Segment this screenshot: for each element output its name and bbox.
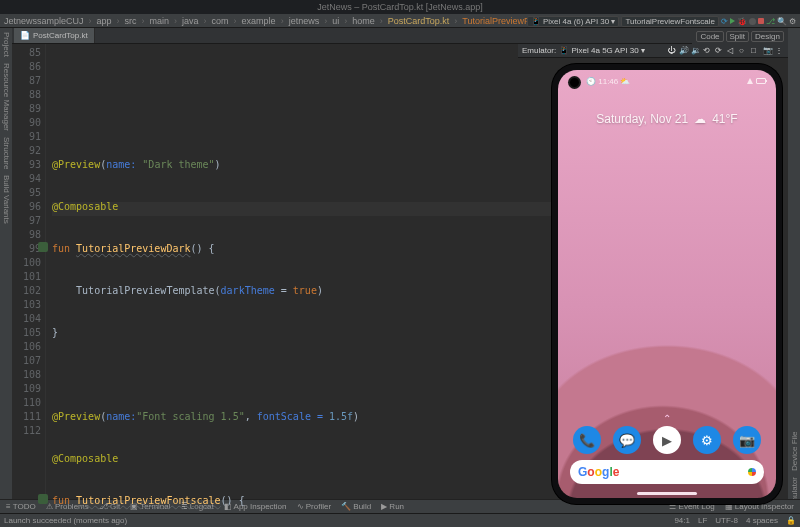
mode-design[interactable]: Design [751,31,784,42]
emulator-phone[interactable]: 🕙 11:46 ⛅ Saturday, Nov 21☁41°F ⌃ 📞 💬 ▶ … [552,64,782,504]
battery-icon [756,78,766,84]
gutter[interactable]: 85 86 87 88 89 90 91 92 93 94 95 96 97 9… [12,44,46,513]
left-tool-strip: Project Resource Manager Structure Build… [0,28,12,513]
crumb-item[interactable]: app [97,16,112,26]
window-titlebar: JetNews – PostCardTop.kt [JetNews.app] [0,0,800,14]
mode-split[interactable]: Split [726,31,750,42]
dock-messages-icon[interactable]: 💬 [613,426,641,454]
google-logo-icon: Google [578,465,619,479]
app-drawer-handle[interactable]: ⌃ [558,416,776,422]
crumb-item[interactable]: JetnewssampleCUJ [4,16,84,26]
search-icon[interactable]: 🔍 [777,17,787,26]
crumb-item[interactable]: home [352,16,375,26]
debug-button[interactable]: 🐞 [737,17,747,26]
run-gutter-icon[interactable] [38,242,48,252]
phone-date-widget[interactable]: Saturday, Nov 21☁41°F [558,112,776,126]
toolwin-resmgr[interactable]: Resource Manager [2,63,11,131]
run-toolbar: 📱 Pixel 4a (6) API 30 ▾ TutorialPreviewF… [527,14,796,28]
device-selector[interactable]: 📱 Pixel 4a (6) API 30 ▾ [527,16,620,27]
status-bar: Launch succeeded (moments ago) 94:1 LF U… [0,513,800,527]
git-icon[interactable]: ⎇ [766,17,775,26]
coverage-icon[interactable] [749,18,756,25]
phone-screen[interactable]: 🕙 11:46 ⛅ Saturday, Nov 21☁41°F ⌃ 📞 💬 ▶ … [558,70,776,498]
crumb-item[interactable]: jetnews [289,16,320,26]
crumb-item[interactable]: example [242,16,276,26]
toolwin-todo[interactable]: ≡ TODO [6,502,36,511]
indent[interactable]: 4 spaces [746,516,778,525]
dock-settings-icon[interactable]: ⚙ [693,426,721,454]
caret-position[interactable]: 94:1 [674,516,690,525]
status-msg: Launch succeeded (moments ago) [4,516,127,525]
encoding[interactable]: UTF-8 [715,516,738,525]
line-sep[interactable]: LF [698,516,707,525]
toolwin-project[interactable]: Project [2,32,11,57]
phone-search-bar[interactable]: Google [570,460,764,484]
phone-statusbar: 🕙 11:46 ⛅ [558,74,776,88]
lock-icon[interactable]: 🔒 [786,516,796,525]
crumb-item[interactable]: src [125,16,137,26]
view-mode-bar: Code Split Design [692,28,788,44]
dock-playstore-icon[interactable]: ▶ [653,426,681,454]
phone-nav-handle[interactable] [637,492,697,495]
editor-panel: 📄 PostCardTop.kt Code Split Design Emula… [12,28,788,513]
run-config-selector[interactable]: TutorialPreviewFontscale [621,16,719,27]
stop-button[interactable] [758,18,764,24]
signal-icon [747,78,753,84]
crumb-file[interactable]: PostCardTop.kt [388,16,450,26]
mode-code[interactable]: Code [696,31,723,42]
toolwin-structure[interactable]: Structure [2,137,11,169]
crumb-item[interactable]: main [150,16,170,26]
run-gutter-icon[interactable] [38,494,48,504]
dock-camera-icon[interactable]: 📷 [733,426,761,454]
crumb-item[interactable]: com [212,16,229,26]
phone-dock: 📞 💬 ▶ ⚙ 📷 [558,426,776,454]
phone-time: 🕙 11:46 ⛅ [586,77,631,86]
right-tool-strip: Emulator Device File [788,28,800,513]
sync-icon[interactable]: ⟳ [721,17,728,26]
assistant-icon[interactable] [748,468,756,476]
toolwin-devicefile[interactable]: Device File [790,431,799,471]
editor-tabs: 📄 PostCardTop.kt [12,28,788,44]
settings-icon[interactable]: ⚙ [789,17,796,26]
editor-tab[interactable]: 📄 PostCardTop.kt [14,28,95,43]
dock-phone-icon[interactable]: 📞 [573,426,601,454]
toolwin-variants[interactable]: Build Variants [2,175,11,224]
run-button[interactable] [730,18,735,24]
crumb-item[interactable]: ui [332,16,339,26]
crumb-item[interactable]: java [182,16,199,26]
